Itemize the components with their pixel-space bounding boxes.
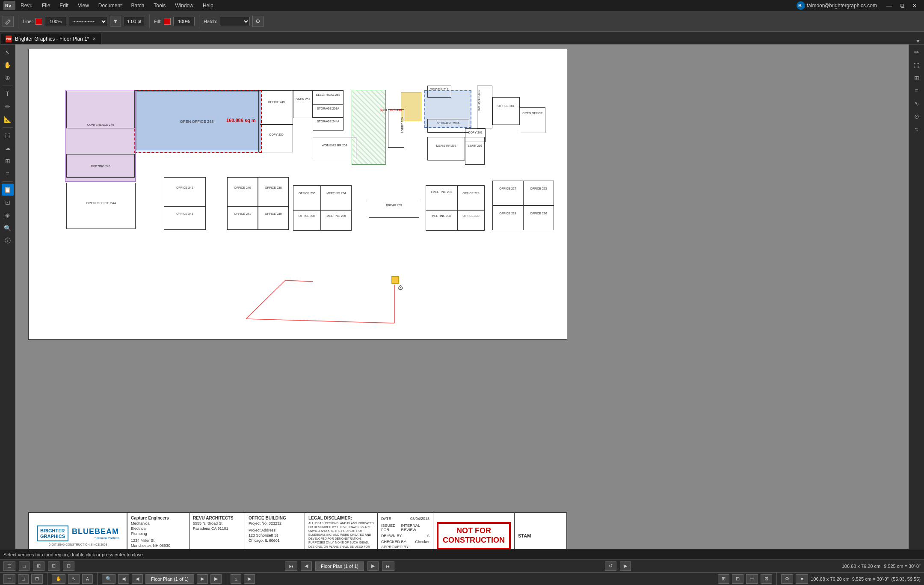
search-tool-button[interactable]: 🔍: [2, 222, 14, 234]
date-value: 03/04/2018: [410, 517, 429, 521]
room-office-249: OFFICE 249: [260, 90, 293, 125]
menu-edit[interactable]: Edit: [55, 2, 73, 9]
snap-points-button[interactable]: ⊡: [732, 574, 743, 584]
rotate-button[interactable]: ↺: [605, 561, 616, 571]
shapes-tool-button[interactable]: ⬚: [2, 129, 14, 141]
menu-help[interactable]: Help: [198, 2, 218, 9]
line-color-box[interactable]: [36, 18, 42, 25]
pan-tool-button[interactable]: ✋: [2, 59, 14, 71]
issued-for-value: INTERNAL REVIEW: [401, 523, 429, 532]
layers-tool-button[interactable]: ≡: [2, 168, 14, 180]
menu-view[interactable]: View: [74, 2, 93, 9]
forward-button[interactable]: ▶: [244, 574, 255, 584]
sidebar-sep-3: [3, 181, 13, 182]
lobby-area: [352, 90, 386, 165]
copy-262-label: COPY 262: [468, 131, 482, 134]
nav-two-page[interactable]: ⊞: [33, 561, 44, 571]
markup-list-button[interactable]: ☰: [746, 574, 758, 584]
nav-first-page[interactable]: ⏮: [285, 561, 297, 571]
toolbar-fit[interactable]: □: [18, 574, 29, 584]
menu-revu[interactable]: Revu: [16, 2, 37, 9]
office-240-label: OFFICE 240: [234, 186, 251, 189]
maximize-button[interactable]: ⧉: [897, 2, 908, 9]
nav-continuous[interactable]: ⊟: [63, 561, 74, 571]
project-city: Chicago, IL 60601: [249, 538, 301, 543]
minimize-button[interactable]: —: [883, 2, 896, 9]
canvas-area[interactable]: 160.886 sq m Split into three CONFERENCE…: [15, 45, 909, 559]
snap-capture-button[interactable]: ⊠: [761, 574, 772, 584]
line-style-chevron[interactable]: ▼: [110, 16, 121, 27]
calibrate-dropdown[interactable]: ▼: [796, 574, 808, 584]
bottom-coords: (55.03, 59.55): [891, 576, 921, 582]
pan-hand-button[interactable]: ✋: [52, 574, 65, 584]
stamp-line1: NOT FOR: [443, 526, 505, 536]
message-bar: Select vertices for cloud region, double…: [0, 549, 924, 559]
office-242-label: OFFICE 242: [176, 186, 193, 189]
fill-color-box[interactable]: [164, 18, 171, 25]
markup-tool-button[interactable]: ✏: [2, 101, 14, 113]
nav-menu-button[interactable]: ☰: [3, 561, 15, 571]
measure-tool-button[interactable]: 📐: [2, 113, 14, 125]
nav-prev-page[interactable]: ◀: [301, 561, 312, 571]
nav-scroll-mode[interactable]: ⊡: [48, 561, 59, 571]
annotation-tool-button[interactable]: 📋: [2, 184, 14, 196]
btoolbar-sep4: [776, 572, 777, 585]
room-meeting-231: I MEETING 231: [426, 185, 457, 210]
settings-icon[interactable]: ⚙: [252, 16, 264, 27]
right-approx-button[interactable]: ≈: [911, 123, 923, 135]
nav-last-page[interactable]: ⏭: [382, 561, 394, 571]
menu-window[interactable]: Window: [171, 2, 198, 9]
tab-close-button[interactable]: ✕: [92, 36, 96, 41]
drawing-canvas[interactable]: 160.886 sq m Split into three CONFERENCE…: [15, 45, 909, 559]
right-grid-button[interactable]: ⊞: [911, 72, 923, 84]
pen-tool-icon[interactable]: [3, 16, 14, 27]
zoom-icon-button[interactable]: 🔍: [102, 574, 116, 584]
line-weight-input[interactable]: [45, 17, 66, 26]
toolbar-menu[interactable]: ☰: [3, 574, 15, 584]
pointer-tool-button[interactable]: ↖: [2, 46, 14, 58]
line-width-input[interactable]: [124, 17, 145, 26]
architect-name: REVU ARCHITECTS: [193, 516, 241, 520]
line-style-select[interactable]: ~~~~~~~~ ──────── - - - - -: [69, 17, 107, 26]
menu-file[interactable]: File: [38, 2, 54, 9]
right-box-button[interactable]: ⬚: [911, 59, 923, 71]
menu-tools[interactable]: Tools: [149, 2, 170, 9]
calibrate-button[interactable]: ⚙: [781, 574, 793, 584]
tab-floorplan[interactable]: PDF Brighter Graphics - Floor Plan 1* ✕: [0, 33, 101, 44]
nav-right2[interactable]: ▶: [620, 561, 631, 571]
stamp-tool-button[interactable]: ⊞: [2, 155, 14, 167]
menu-document[interactable]: Document: [94, 2, 126, 9]
cloud-tool-button[interactable]: ☁: [2, 142, 14, 154]
right-wave-button[interactable]: ∿: [911, 98, 923, 110]
fill-opacity-input[interactable]: [173, 17, 195, 26]
menu-batch[interactable]: Batch: [127, 2, 149, 9]
compare-tool-button[interactable]: ⊡: [2, 196, 14, 208]
svg-line-6: [246, 280, 285, 319]
nav-next-page[interactable]: ▶: [367, 561, 379, 571]
hatch-select[interactable]: [220, 17, 250, 26]
text-cursor-button[interactable]: A: [82, 574, 93, 584]
right-list-button[interactable]: ≡: [911, 85, 923, 97]
break-233-label: BREAK 233: [386, 204, 402, 207]
tab-dropdown-button[interactable]: ▼: [915, 38, 924, 44]
nav-single-page[interactable]: □: [19, 561, 30, 571]
select-arrow-button[interactable]: ↖: [68, 574, 80, 584]
project-type: OFFICE BUILDING: [249, 516, 301, 520]
zoom-prev-button[interactable]: ◀: [132, 574, 143, 584]
close-button[interactable]: ✕: [909, 2, 921, 9]
3d-tool-button[interactable]: ◈: [2, 209, 14, 221]
drag-handle[interactable]: [391, 276, 399, 284]
office-226-label: OFFICE 226: [530, 212, 547, 215]
right-pen-button[interactable]: ✏: [911, 46, 923, 58]
right-circle-button[interactable]: ⊙: [911, 110, 923, 122]
text-tool-button[interactable]: T: [2, 88, 14, 100]
zoom-tool-button[interactable]: ⊕: [2, 72, 14, 84]
zoom-next-button[interactable]: ▶: [197, 574, 208, 584]
zoom-prev2-button[interactable]: ◀: [118, 574, 129, 584]
zoom-next2-button[interactable]: ▶: [210, 574, 222, 584]
room-storage-260: STORAGE 260: [477, 86, 492, 128]
toolbar-fit2[interactable]: ⊡: [31, 574, 43, 584]
info-tool-button[interactable]: ⓘ: [2, 235, 14, 247]
home-nav-button[interactable]: ⌂: [231, 574, 241, 584]
snap-grid-button[interactable]: ⊞: [718, 574, 729, 584]
